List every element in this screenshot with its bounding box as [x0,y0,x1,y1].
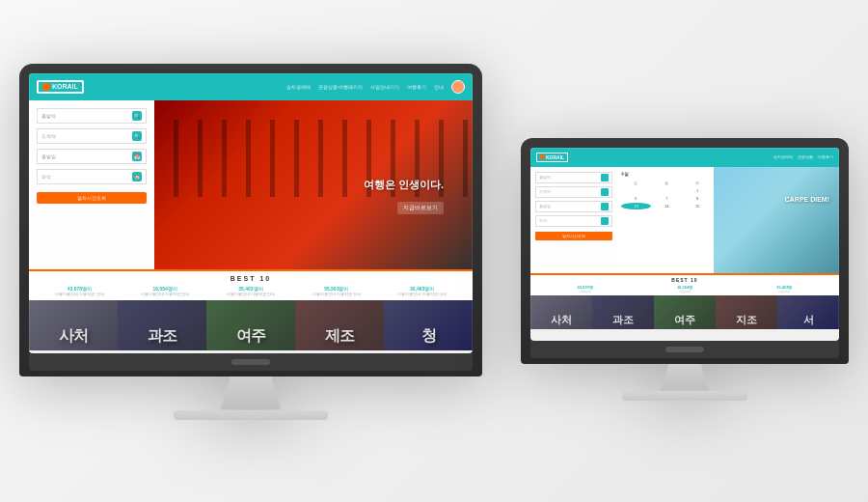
stat-2: 16,554명이 이용이용안내 이용약관 안내 [141,286,189,296]
sm-cal-sun: 일 [621,180,651,186]
sm-korail-logo: KORAIL [536,153,568,162]
city-2: 과조 [118,300,206,350]
sm-cal-month: 4월 [621,171,629,177]
seat-icon [132,172,142,181]
departure-label: 출발역 [41,113,129,119]
stat-label-4: 이용이용안내 이용약관 안내 [312,292,361,296]
city-name-5: 청 [421,326,436,347]
sm-date-label: 출발일 [539,204,599,209]
city-strip-large: 사처 과조 여주 제조 청 [29,300,473,350]
sm-seat-label: 좌석 [539,218,599,223]
search-icon-dep [132,111,142,121]
monitor-large: KORAIL 승차권예매 관광상품·여행패키지 사업안내기기 여행후기 안내 [19,64,482,420]
sm-arrival-field: 도착역 [535,186,612,198]
city-3: 여주 [206,300,295,350]
sm-search-icon [601,174,609,181]
seat-label: 좌석 [41,174,129,180]
sm-arrival-label: 도착역 [539,189,599,194]
date-label: 출발일 [41,153,129,159]
sm-cal-d8: 8 [683,195,713,202]
sm-nav-link-3: 여행후기 [818,154,833,159]
sm-search-form: 출발역 도착역 출발일 [530,167,617,273]
stat-5: 30,463명이 이용이용안내 이용약관 안내 [397,286,446,296]
site-nav-large: KORAIL 승차권예매 관광상품·여행패키지 사업안내기기 여행후기 안내 [29,73,473,100]
korail-logo-large: KORAIL [37,80,84,94]
city-name-3: 여주 [236,326,265,347]
sm-stat-3: 35,403명 이용안내 [776,285,792,293]
site-hero-large: 출발역 도착역 출발일 [29,100,473,269]
monitor-base-large [174,410,328,420]
monitor-chin-large [29,353,473,371]
nav-link-1: 승차권예매 [286,84,311,90]
city-name-2: 과조 [148,326,176,347]
sm-stats: 43,678명 이용안내 16,554명 이용안내 35,403명 이용안내 [535,285,834,293]
sm-departure-field: 출발역 [535,172,612,183]
search-form-large: 출발역 도착역 출발일 [29,100,154,269]
sm-cal-blank1 [621,187,651,194]
sm-nav-links: 승차권예매 관광상품 여행후기 [773,154,833,159]
sm-stat-num-1: 43,678명 [578,285,593,290]
stat-3: 35,403명이 이용이용안내 이용약관 안내 [227,286,275,296]
sm-city-name-3: 여주 [674,313,695,327]
korail-website-small: KORAIL 승차권예매 관광상품 여행후기 출발역 [530,148,839,341]
korail-website-large: KORAIL 승차권예매 관광상품·여행패키지 사업안내기기 여행후기 안내 [29,73,473,353]
date-field: 출발일 [37,149,147,164]
sm-best-section: BEST 10 43,678명 이용안내 16,554명 이용안내 [530,273,839,295]
monitor-body-large: KORAIL 승차권예매 관광상품·여행패키지 사업안내기기 여행후기 안내 [19,64,482,376]
sm-stat-label-3: 이용안내 [776,290,792,293]
logo-text-large: KORAIL [52,83,78,90]
monitor-screen-small: KORAIL 승차권예매 관광상품 여행후기 출발역 [530,148,839,341]
nav-avatar [451,80,465,94]
arrival-field: 도착역 [37,128,147,144]
sm-city-strip: 사처 과조 여주 지조 서 [530,295,839,329]
monitor-stand-small [659,364,712,391]
nav-link-2: 관광상품·여행패키지 [318,84,363,90]
hero-image-large: 여행은 인생이다. 지금바로보기 [154,100,473,269]
calendar-icon [132,152,142,161]
sm-city-name-2: 과조 [612,313,634,327]
sm-stat-1: 43,678명 이용안내 [578,285,593,293]
city-name-4: 제조 [325,326,354,347]
search-icon-arr [132,131,142,141]
sm-city-1: 사처 [530,295,592,329]
sm-seat-field: 좌석 [535,215,612,227]
best-stats-large: 43,678명이 이용이용안내 이용약관 안내 16,554명이 이용이용안내 … [37,286,465,296]
city-5: 청 [384,300,473,350]
sm-search-button[interactable]: 열차시간조회 [535,232,612,240]
departure-field: 출발역 [37,108,147,124]
sm-calendar-icon [601,203,609,210]
sm-seat-icon [601,217,609,225]
sm-city-4: 지조 [716,295,777,329]
sm-stat-num-3: 35,403명 [776,285,792,290]
logo-icon-large [42,83,50,91]
stat-label-5: 이용이용안내 이용약관 안내 [397,292,446,296]
sm-cal-d6: 6 [621,195,651,202]
sm-cal-d14: 14 [652,203,682,209]
monitor-screen-large: KORAIL 승차권예매 관광상품·여행패키지 사업안내기기 여행후기 안내 [29,73,473,353]
sm-cal-tue: 화 [683,180,713,186]
sm-cal-mon: 월 [652,180,682,186]
scene: KORAIL 승차권예매 관광상품·여행패키지 사업안내기기 여행후기 안내 [19,64,849,439]
sm-date-field: 출발일 [535,201,612,212]
sm-cal-today: 13 [621,203,651,209]
search-button-large[interactable]: 열차시간조회 [37,192,147,204]
stat-1: 43,678명이 이용이용안내 이용약관 안내 [55,286,103,296]
sm-hero-image: CARPE DIEM! [714,167,839,273]
sm-cal-d1: 1 [683,187,713,194]
monitor-body-small: KORAIL 승차권예매 관광상품 여행후기 출발역 [521,138,849,364]
stat-label-1: 이용이용안내 이용약관 안내 [55,292,103,296]
city-name-1: 사처 [59,326,88,347]
sm-search-icon-arr [601,188,609,196]
sm-logo-text: KORAIL [546,154,564,160]
sm-nav: KORAIL 승차권예매 관광상품 여행후기 [530,148,839,167]
sm-cal-d7: 7 [652,195,682,202]
sm-city-5: 서 [777,295,839,329]
sm-stat-2: 16,554명 이용안내 [677,285,692,293]
best-section-large: BEST 10 43,678명이 이용이용안내 이용약관 안내 16,554명이… [29,269,473,300]
sm-city-name-4: 지조 [736,313,757,327]
sm-stat-num-2: 16,554명 [677,285,692,290]
stat-label-2: 이용이용안내 이용약관 안내 [141,292,189,296]
monitor-stand-large [217,376,285,410]
sm-city-2: 과조 [592,295,654,329]
sm-cal-d15: 15 [683,203,713,209]
